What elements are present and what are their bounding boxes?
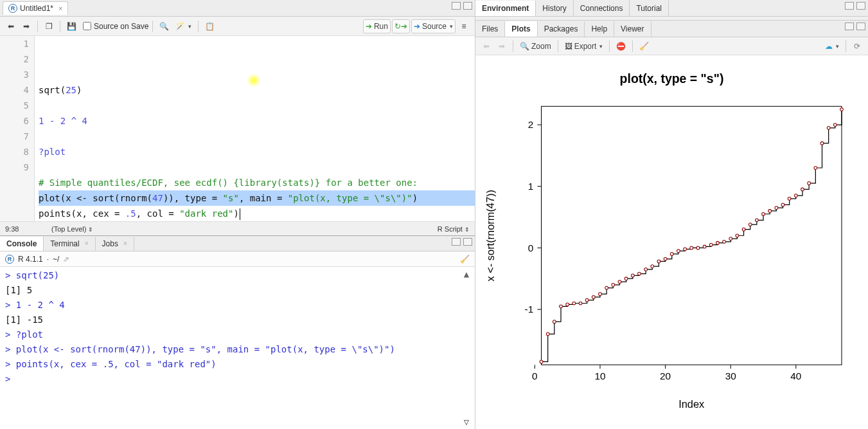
svg-point-28 xyxy=(579,302,582,305)
console-output[interactable]: ▲ ▽ > sqrt(25)[1] 5> 1 - 2 ^ 4[1] -15> ?… xyxy=(0,267,475,429)
export-button[interactable]: 🖼 Export ▾ xyxy=(562,39,606,53)
svg-text:40: 40 xyxy=(790,370,801,381)
console-tab-terminal[interactable]: Terminal× xyxy=(44,237,95,251)
plots-tabbar: FilesPlotsPackagesHelpViewer xyxy=(475,21,868,37)
svg-point-49 xyxy=(716,241,720,244)
plot-prev-icon[interactable]: ⬅ xyxy=(479,39,493,53)
env-maximize-icon[interactable] xyxy=(856,2,865,10)
env-window-controls xyxy=(845,2,865,10)
show-in-new-window-icon[interactable]: ❐ xyxy=(42,19,56,33)
zoom-button[interactable]: 🔍 Zoom xyxy=(517,39,554,53)
console-tab-console[interactable]: Console xyxy=(0,237,44,251)
svg-point-59 xyxy=(781,203,784,206)
svg-point-68 xyxy=(840,108,844,111)
plots-tab-plots[interactable]: Plots xyxy=(505,21,537,37)
plot-next-icon[interactable]: ➡ xyxy=(495,39,509,53)
svg-text:0: 0 xyxy=(532,370,538,381)
zoom-label: Zoom xyxy=(531,42,551,51)
env-minimize-icon[interactable] xyxy=(845,2,854,10)
wand-icon[interactable]: 🪄▾ xyxy=(173,19,194,33)
clear-plots-icon[interactable]: 🧹 xyxy=(637,39,651,53)
lang-selector[interactable]: R Script ⇕ xyxy=(438,225,470,233)
svg-text:0: 0 xyxy=(528,242,534,253)
svg-point-48 xyxy=(709,243,713,246)
console-maximize-icon[interactable] xyxy=(463,238,472,246)
source-tab[interactable]: R Untitled1* × xyxy=(3,1,68,15)
svg-point-31 xyxy=(599,293,602,296)
plots-maximize-icon[interactable] xyxy=(856,23,865,30)
env-tab-tutorial[interactable]: Tutorial xyxy=(630,1,669,16)
svg-point-50 xyxy=(723,240,726,243)
working-dir-text[interactable]: ~/ xyxy=(53,255,59,264)
minimize-icon[interactable] xyxy=(452,2,461,10)
scroll-down-icon[interactable]: ▽ xyxy=(461,417,472,426)
console-tabbar: ConsoleTerminal×Jobs× xyxy=(0,236,475,251)
env-tabbar: EnvironmentHistoryConnectionsTutorial xyxy=(475,0,868,17)
source-on-save-checkbox[interactable] xyxy=(83,22,91,30)
svg-point-45 xyxy=(690,246,693,250)
export-icon: 🖼 xyxy=(565,42,572,51)
find-icon[interactable]: 🔍 xyxy=(157,19,172,33)
clear-console-icon[interactable]: 🧹 xyxy=(460,255,470,264)
rerun-icon[interactable]: ↻➔ xyxy=(392,19,410,33)
source-tab-title: Untitled1* xyxy=(20,4,53,13)
env-tab-environment[interactable]: Environment xyxy=(475,1,536,16)
svg-point-56 xyxy=(762,212,765,215)
svg-point-33 xyxy=(612,283,615,286)
r-plot-svg: plot(x, type = "s")010203040-1012Indexx … xyxy=(475,55,868,429)
left-column: R Untitled1* × ⬅ ➡ ❐ 💾 Source on Sav xyxy=(0,0,475,429)
back-icon[interactable]: ⬅ xyxy=(4,19,18,33)
outline-icon[interactable]: ≡ xyxy=(457,19,471,33)
publish-icon[interactable]: ☁▾ xyxy=(822,39,842,53)
console-minimize-icon[interactable] xyxy=(452,238,461,246)
svg-point-43 xyxy=(677,250,680,253)
remove-plot-icon[interactable]: ⛔ xyxy=(614,39,628,53)
scope-selector[interactable]: (Top Level) ⇕ xyxy=(51,225,430,233)
console-pane: ConsoleTerminal×Jobs× R R 4.1.1 · ~/ ⇗ 🧹… xyxy=(0,235,475,429)
save-icon[interactable]: 💾 xyxy=(64,19,79,33)
svg-point-47 xyxy=(703,245,706,248)
go-to-dir-icon[interactable]: ⇗ xyxy=(63,255,69,264)
maximize-icon[interactable] xyxy=(463,2,472,10)
source-button[interactable]: ➜ Source ▾ xyxy=(411,19,456,33)
env-tab-connections[interactable]: Connections xyxy=(574,1,630,16)
svg-text:10: 10 xyxy=(594,370,605,381)
svg-point-41 xyxy=(664,257,667,260)
svg-point-51 xyxy=(729,237,732,241)
code-editor[interactable]: 123456789 sqrt(25)1 - 2 ^ 4?plot# Simple… xyxy=(0,36,475,221)
svg-point-22 xyxy=(540,360,543,363)
plots-minimize-icon[interactable] xyxy=(845,23,854,30)
run-button[interactable]: ➔ Run xyxy=(363,19,391,33)
scroll-up-icon[interactable]: ▲ xyxy=(461,269,472,278)
svg-point-52 xyxy=(736,234,739,237)
console-tab-jobs[interactable]: Jobs× xyxy=(96,237,134,251)
env-tab-history[interactable]: History xyxy=(536,1,573,16)
forward-icon[interactable]: ➡ xyxy=(19,19,33,33)
svg-text:plot(x, type = "s"): plot(x, type = "s") xyxy=(620,71,724,86)
plots-tab-packages[interactable]: Packages xyxy=(538,21,585,37)
svg-point-38 xyxy=(644,268,648,271)
plots-tab-viewer[interactable]: Viewer xyxy=(614,21,651,37)
svg-point-32 xyxy=(605,286,608,289)
svg-point-53 xyxy=(742,228,745,231)
svg-point-60 xyxy=(788,197,791,200)
svg-point-37 xyxy=(638,272,641,275)
svg-point-62 xyxy=(801,188,804,191)
refresh-plot-icon[interactable]: ⟳ xyxy=(850,39,864,53)
plots-tab-files[interactable]: Files xyxy=(475,21,505,37)
svg-point-34 xyxy=(618,280,621,284)
svg-point-58 xyxy=(775,206,778,210)
plots-tab-help[interactable]: Help xyxy=(585,21,614,37)
source-tabbar: R Untitled1* × xyxy=(0,0,475,17)
svg-point-57 xyxy=(768,210,772,213)
close-tab-icon[interactable]: × xyxy=(58,5,62,12)
code-area[interactable]: sqrt(25)1 - 2 ^ 4?plot# Simple quantiles… xyxy=(35,36,475,221)
r-file-icon: R xyxy=(8,4,17,13)
source-on-save-label[interactable]: Source on Save xyxy=(83,22,148,31)
svg-point-29 xyxy=(585,298,589,302)
run-label: Run xyxy=(374,22,388,31)
svg-point-55 xyxy=(756,219,759,222)
compile-report-icon[interactable]: 📋 xyxy=(202,19,217,33)
svg-point-42 xyxy=(670,253,673,256)
svg-point-61 xyxy=(794,194,797,197)
